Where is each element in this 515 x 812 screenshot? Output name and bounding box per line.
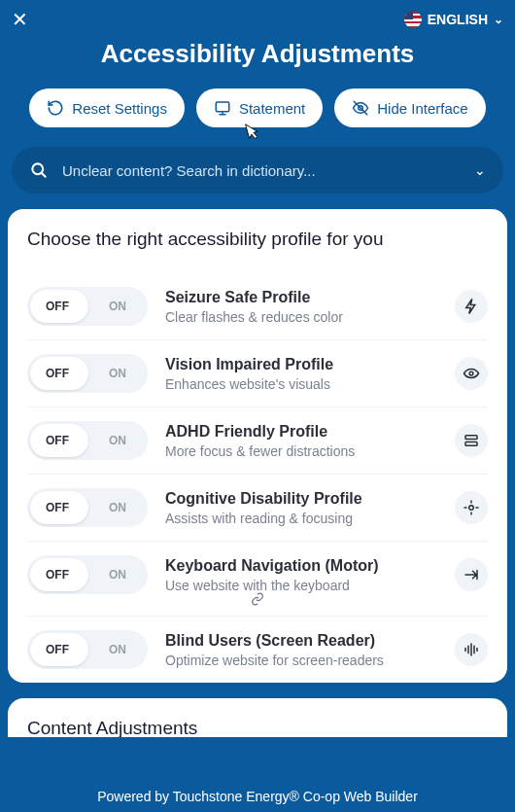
toggle-cognitive-disability[interactable]: OFF ON bbox=[27, 488, 148, 527]
dictionary-search[interactable]: ⌄ bbox=[12, 147, 503, 194]
svg-rect-6 bbox=[465, 436, 477, 440]
profile-subtitle: Assists with reading & focusing bbox=[165, 511, 437, 526]
layers-icon bbox=[455, 424, 488, 457]
tab-arrow-icon bbox=[455, 558, 488, 591]
toggle-seizure-safe[interactable]: OFF ON bbox=[27, 287, 148, 326]
svg-rect-0 bbox=[216, 102, 229, 112]
audio-wave-icon bbox=[455, 633, 488, 666]
refresh-icon bbox=[47, 99, 64, 117]
profile-adhd-friendly: OFF ON ADHD Friendly Profile More focus … bbox=[27, 407, 488, 475]
profile-title: Cognitive Disability Profile bbox=[165, 490, 437, 508]
language-label: ENGLISH bbox=[428, 12, 488, 27]
statement-button[interactable]: Statement bbox=[196, 88, 323, 127]
lightning-icon bbox=[455, 290, 488, 323]
reset-settings-button[interactable]: Reset Settings bbox=[29, 88, 185, 127]
profile-title: Seizure Safe Profile bbox=[165, 289, 437, 306]
chevron-down-icon: ⌄ bbox=[494, 13, 503, 26]
toggle-keyboard-navigation[interactable]: OFF ON bbox=[27, 555, 148, 594]
target-icon bbox=[455, 491, 488, 524]
svg-line-4 bbox=[42, 173, 46, 177]
language-selector[interactable]: ENGLISH ⌄ bbox=[404, 11, 503, 28]
profile-keyboard-navigation: OFF ON Keyboard Navigation (Motor) Use w… bbox=[27, 542, 488, 598]
profile-cognitive-disability: OFF ON Cognitive Disability Profile Assi… bbox=[27, 475, 488, 542]
profile-subtitle: Clear flashes & reduces color bbox=[165, 309, 437, 325]
svg-point-8 bbox=[469, 506, 474, 511]
toggle-vision-impaired[interactable]: OFF ON bbox=[27, 354, 148, 393]
profiles-card: Choose the right accessibility profile f… bbox=[8, 209, 507, 683]
profile-blind-users: OFF ON Blind Users (Screen Reader) Optim… bbox=[27, 616, 488, 683]
search-icon bbox=[29, 160, 49, 180]
profile-subtitle: More focus & fewer distractions bbox=[165, 443, 437, 459]
footer-credit: Powered by Touchstone Energy® Co-op Web … bbox=[0, 781, 515, 812]
chevron-down-icon[interactable]: ⌄ bbox=[474, 162, 486, 178]
profile-seizure-safe: OFF ON Seizure Safe Profile Clear flashe… bbox=[27, 273, 488, 340]
page-title: Accessibility Adjustments bbox=[0, 39, 515, 69]
toggle-blind-users[interactable]: OFF ON bbox=[27, 630, 148, 669]
profile-subtitle: Use website with the keyboard bbox=[165, 578, 437, 593]
profile-title: Keyboard Navigation (Motor) bbox=[165, 557, 437, 575]
profile-title: ADHD Friendly Profile bbox=[165, 423, 437, 441]
profile-subtitle: Optimize website for screen-readers bbox=[165, 653, 437, 668]
close-icon[interactable]: ✕ bbox=[12, 10, 28, 29]
content-adjustments-card: Content Adjustments bbox=[8, 698, 507, 737]
profile-title: Vision Impaired Profile bbox=[165, 356, 437, 373]
profile-vision-impaired: OFF ON Vision Impaired Profile Enhances … bbox=[27, 340, 488, 407]
eye-icon bbox=[455, 357, 488, 390]
eye-off-icon bbox=[352, 99, 369, 117]
svg-point-5 bbox=[469, 371, 473, 375]
content-adjustments-heading: Content Adjustments bbox=[27, 718, 488, 737]
toggle-adhd-friendly[interactable]: OFF ON bbox=[27, 421, 148, 460]
flag-icon bbox=[404, 11, 422, 28]
hide-interface-button[interactable]: Hide Interface bbox=[334, 88, 485, 127]
profile-subtitle: Enhances website's visuals bbox=[165, 376, 437, 392]
statement-icon bbox=[214, 99, 231, 117]
link-icon bbox=[27, 592, 488, 610]
profile-title: Blind Users (Screen Reader) bbox=[165, 632, 437, 650]
svg-rect-7 bbox=[465, 442, 477, 446]
search-input[interactable] bbox=[62, 162, 461, 179]
profiles-heading: Choose the right accessibility profile f… bbox=[27, 229, 488, 250]
